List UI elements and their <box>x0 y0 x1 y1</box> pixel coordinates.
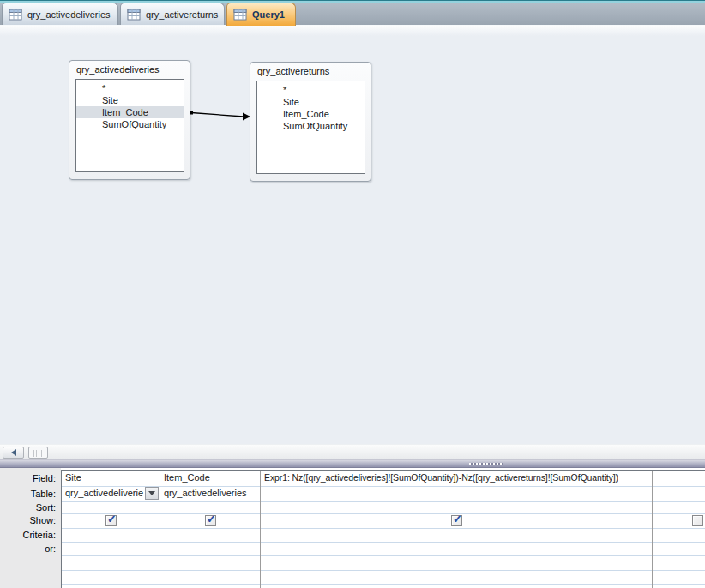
query-datasheet-icon <box>233 9 247 21</box>
field-list: * Site Item_Code SumOfQuantity <box>75 79 184 172</box>
access-query-design-window: qry_activedeliveries qry_activereturns Q… <box>0 0 705 588</box>
row-label-table: Table: <box>0 486 56 501</box>
show-checkbox-col3[interactable]: ✓ <box>451 515 462 526</box>
query-datasheet-icon <box>9 9 22 21</box>
scroll-left-button[interactable] <box>3 447 24 459</box>
show-checkbox-col2[interactable]: ✓ <box>205 515 216 526</box>
field-cell-col3-expression[interactable]: Expr1: Nz([qry_activedeliveries]![SumOfQ… <box>261 471 652 486</box>
show-checkbox-col1[interactable]: ✓ <box>105 515 117 526</box>
check-icon: ✓ <box>107 513 117 525</box>
check-icon: ✓ <box>453 513 462 525</box>
horizontal-scrollbar[interactable] <box>0 444 705 459</box>
row-label-or: or: <box>0 542 56 555</box>
grid-line-h <box>62 555 705 556</box>
row-label-show: Show: <box>0 513 56 528</box>
field-item-site[interactable]: Site <box>257 96 365 108</box>
show-checkbox-col4[interactable]: ✓ <box>692 515 703 526</box>
query-grid-pane: Field: Table: Sort: Show: Criteria: or: … <box>0 468 705 588</box>
grid-line-h <box>62 542 705 543</box>
scrollbar-thumb[interactable] <box>28 447 48 459</box>
design-grid: Site Item_Code Expr1: Nz([qry_activedeli… <box>61 470 705 588</box>
tab-label: Query1 <box>252 9 285 20</box>
row-label-field: Field: <box>0 471 56 486</box>
field-cell-col1[interactable]: Site <box>62 471 160 486</box>
field-item-item-code[interactable]: Item_Code <box>76 106 184 118</box>
table-cell-col2[interactable]: qry_activedeliveries <box>160 486 260 501</box>
table-cell-col1[interactable]: qry_activedeliverie <box>62 486 144 501</box>
row-label-criteria: Criteria: <box>0 528 56 542</box>
grid-line-h <box>62 513 705 514</box>
table-combo-button[interactable] <box>145 487 159 500</box>
grid-line-v <box>260 471 261 588</box>
grid-line-h <box>62 570 705 571</box>
query-datasheet-icon <box>127 9 141 21</box>
field-item-sumofquantity[interactable]: SumOfQuantity <box>257 120 365 132</box>
tab-label: qry_activereturns <box>146 9 218 20</box>
pane-splitter[interactable] <box>0 459 705 468</box>
grid-line-h <box>62 584 705 585</box>
field-item-star[interactable]: * <box>76 82 184 94</box>
field-list-qry-activereturns[interactable]: qry_activereturns * Site Item_Code SumOf… <box>250 62 371 182</box>
tab-qry-activereturns[interactable]: qry_activereturns <box>120 3 225 25</box>
document-tab-bar: qry_activedeliveries qry_activereturns Q… <box>0 0 705 26</box>
grid-line-v <box>652 471 653 588</box>
field-item-item-code[interactable]: Item_Code <box>257 108 365 120</box>
field-list-title: qry_activedeliveries <box>69 61 190 78</box>
triangle-left-icon <box>11 449 16 456</box>
field-list: * Site Item_Code SumOfQuantity <box>256 81 365 174</box>
tab-label: qry_activedeliveries <box>27 9 111 20</box>
field-item-site[interactable]: Site <box>76 94 184 106</box>
chevron-down-icon <box>148 491 155 495</box>
tab-qry-activedeliveries[interactable]: qry_activedeliveries <box>2 3 118 25</box>
query-design-surface[interactable]: qry_activedeliveries * Site Item_Code Su… <box>0 26 705 444</box>
field-item-star[interactable]: * <box>257 84 365 96</box>
check-icon: ✓ <box>207 513 216 525</box>
field-list-qry-activedeliveries[interactable]: qry_activedeliveries * Site Item_Code Su… <box>69 60 190 180</box>
field-list-title: qry_activereturns <box>250 63 371 80</box>
grid-row-headers: Field: Table: Sort: Show: Criteria: or: <box>0 468 61 588</box>
field-item-sumofquantity[interactable]: SumOfQuantity <box>76 118 184 130</box>
grid-line-h <box>62 501 705 502</box>
field-cell-col2[interactable]: Item_Code <box>160 471 260 486</box>
grid-line-h <box>62 528 705 529</box>
row-label-sort: Sort: <box>0 501 56 513</box>
splitter-grip-icon <box>469 463 503 465</box>
tab-query1[interactable]: Query1 <box>226 3 296 26</box>
